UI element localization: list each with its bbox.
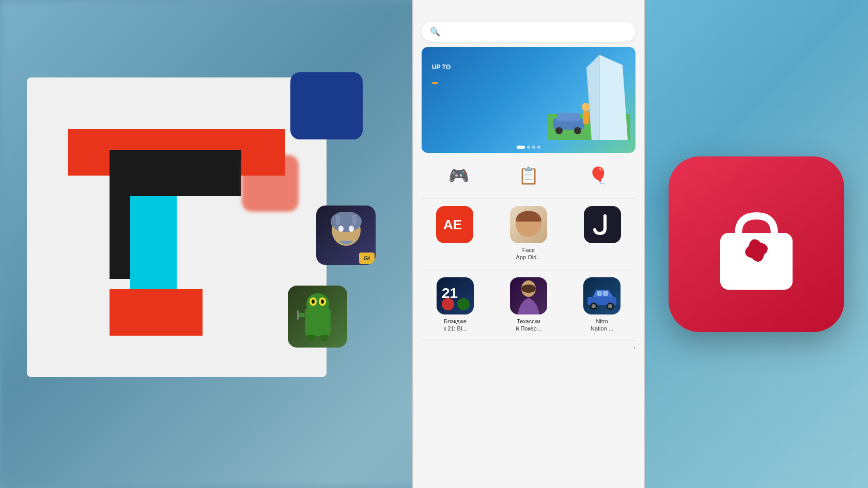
dot-1 <box>517 146 525 149</box>
category-collections[interactable]: 📋 <box>516 163 541 191</box>
banner-building <box>548 52 630 140</box>
svg-rect-24 <box>583 110 589 124</box>
favorite-games-header <box>413 271 644 277</box>
svg-point-10 <box>312 300 315 304</box>
search-icon: 🔍 <box>430 27 440 37</box>
booking-card[interactable] <box>290 72 363 139</box>
banner[interactable]: UP TO <box>422 47 636 153</box>
dot-3 <box>532 146 535 149</box>
phone-frame: 🔍 UP TO <box>412 0 645 488</box>
svg-point-37 <box>592 304 596 308</box>
favorite-games-grid: 21 Блэкджек 21: Bl... Те <box>413 277 644 340</box>
app-item-aliexpress[interactable]: AE <box>422 206 487 261</box>
red-calc-icon <box>242 155 299 212</box>
nitro-name: NitroNation ... <box>591 318 613 333</box>
status-bar <box>413 0 644 15</box>
svg-rect-14 <box>307 335 315 341</box>
poker-icon <box>510 277 547 314</box>
svg-point-7 <box>306 293 329 314</box>
joom-svg <box>590 212 615 238</box>
svg-point-30 <box>442 298 454 310</box>
collections-icon: 📋 <box>516 163 541 188</box>
svg-rect-5 <box>352 215 357 225</box>
favorite-apps-header <box>413 200 644 206</box>
esche-more-link[interactable]: › <box>632 344 636 351</box>
category-games[interactable]: 🎮 <box>446 163 471 191</box>
divider-3 <box>422 340 636 341</box>
svg-text:AE: AE <box>443 217 462 232</box>
divider-2 <box>422 270 636 270</box>
game-badge: Gt <box>359 253 375 264</box>
phone-content: 🔍 UP TO <box>413 0 644 488</box>
blackjack-svg: 21 <box>437 277 474 314</box>
favorite-apps-grid: AE FaceApp Old... <box>413 206 644 269</box>
faceapp-name: FaceApp Old... <box>516 246 541 261</box>
banner-save: UP TO <box>432 62 451 77</box>
svg-point-3 <box>349 226 354 232</box>
huawei-flower-svg <box>700 187 813 301</box>
svg-rect-4 <box>336 215 340 225</box>
svg-rect-21 <box>557 113 580 121</box>
chevron-right-icon: › <box>633 344 636 351</box>
best-apps-header: › <box>413 342 644 355</box>
game-icon-alien[interactable] <box>288 286 347 348</box>
svg-point-22 <box>555 127 563 134</box>
svg-point-25 <box>582 103 590 111</box>
category-promos[interactable]: 🎈 <box>586 163 611 191</box>
promos-icon: 🎈 <box>586 163 611 188</box>
svg-point-11 <box>321 300 324 304</box>
svg-point-39 <box>608 304 612 308</box>
banner-text-block: UP TO <box>432 62 451 86</box>
game-item-poker[interactable]: Техасский Покер... <box>495 277 562 333</box>
poker-svg <box>510 277 547 314</box>
banner-upto: UP TO <box>432 64 451 71</box>
app-item-joom[interactable] <box>570 206 636 261</box>
svg-point-23 <box>574 127 581 134</box>
svg-point-2 <box>338 226 344 232</box>
alien-char-svg <box>297 292 338 341</box>
huawei-appgallery-icon[interactable] <box>669 156 844 332</box>
nitro-svg <box>583 277 621 314</box>
faceapp-icon <box>510 206 547 243</box>
svg-point-27 <box>517 210 540 233</box>
dot-4 <box>537 146 540 149</box>
game-item-blackjack[interactable]: 21 Блэкджек 21: Bl... <box>422 277 489 333</box>
aliexpress-svg: AE <box>442 215 468 234</box>
face-details <box>510 206 547 243</box>
svg-rect-34 <box>597 291 602 296</box>
dot-2 <box>527 146 530 149</box>
svg-marker-17 <box>597 55 628 140</box>
app-item-faceapp[interactable]: FaceApp Old... <box>495 206 561 261</box>
game-icon-fantasy[interactable]: Gt <box>316 206 376 265</box>
fantasy-char-svg <box>326 212 367 259</box>
banner-subtitle <box>432 82 438 84</box>
joom-icon <box>584 206 621 243</box>
t-bottom-red <box>110 289 203 336</box>
search-bar[interactable]: 🔍 <box>422 22 636 42</box>
categories-row: 🎮 📋 🎈 <box>413 159 644 197</box>
banner-building-svg <box>548 52 630 140</box>
svg-point-29 <box>457 298 470 310</box>
aliexpress-icon: AE <box>436 206 473 243</box>
blackjack-icon: 21 <box>437 277 474 314</box>
banner-dots <box>517 146 540 149</box>
nitro-icon <box>583 277 621 314</box>
blackjack-name: Блэкджек 21: Bl... <box>443 318 467 333</box>
games-icon: 🎮 <box>446 163 471 188</box>
svg-rect-35 <box>603 291 608 296</box>
svg-rect-13 <box>297 310 299 320</box>
huawei-bg <box>645 0 868 488</box>
game-item-nitro[interactable]: NitroNation ... <box>568 277 636 333</box>
divider-1 <box>422 198 636 199</box>
svg-point-32 <box>521 285 536 293</box>
svg-rect-15 <box>320 335 328 341</box>
poker-name: Техасский Покер... <box>516 318 541 333</box>
t-logo-card <box>27 77 327 377</box>
